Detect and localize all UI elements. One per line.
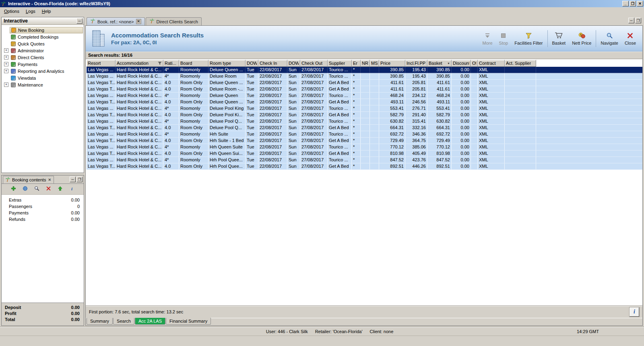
bottom-tab-summary[interactable]: Summary	[87, 318, 113, 325]
column-header-dow[interactable]: DOW	[287, 60, 300, 67]
sidebar-item-reporting-and-analytics[interactable]: +Reporting and Analytics	[2, 68, 84, 74]
column-header-of[interactable]: Of	[471, 60, 478, 67]
toolbar-basket-button[interactable]: Basket	[549, 28, 569, 49]
delete-button[interactable]	[45, 185, 53, 193]
table-row[interactable]: Las Vegas T...Hard Rock Hotel & C...4.0R…	[87, 138, 642, 144]
cell	[471, 163, 478, 169]
booking-contents-row[interactable]: Extras0.00	[2, 198, 84, 204]
column-header-board[interactable]: Board	[179, 60, 208, 67]
column-header-accommodation[interactable]: Accommodation	[116, 60, 163, 67]
table-row[interactable]: Las Vegas ...Hard Rock Hotel & C...4*Roo…	[87, 131, 642, 138]
bottom-tab-financial-summary[interactable]: Financial Summary	[166, 318, 211, 325]
cell: *	[352, 112, 361, 118]
column-header-price[interactable]: Price	[379, 60, 405, 67]
booking-contents-row[interactable]: Passengers0	[2, 204, 84, 210]
toolbar-nett-price-button[interactable]: Nett Price	[569, 28, 594, 49]
menu-help[interactable]: Help	[39, 8, 54, 15]
cell: *	[352, 163, 361, 169]
table-row[interactable]: Las Vegas ...Hard Rock Hotel & C...4*Roo…	[87, 105, 642, 112]
search-button[interactable]	[33, 185, 41, 193]
sidebar-item-payments[interactable]: +Payments	[2, 61, 84, 68]
mdi-minimize-button[interactable]: ─	[628, 18, 634, 23]
cell: Sun	[287, 67, 300, 73]
tab-close-icon[interactable]: ✕	[47, 178, 52, 182]
column-header-discount[interactable]: Discount	[452, 60, 471, 67]
tab-book-ref-none[interactable]: Book. ref.: <none>✕	[87, 17, 145, 25]
panel-collapse-button[interactable]: ─	[76, 18, 83, 24]
bottom-tab-search[interactable]: Search	[113, 318, 134, 325]
expand-icon[interactable]: +	[4, 48, 8, 53]
table-row[interactable]: Las Vegas T...Hard Rock Hotel & C...4.0R…	[87, 150, 642, 157]
column-header-ms[interactable]: MS	[370, 60, 379, 67]
panel-restore-button[interactable]: ❐	[76, 177, 83, 182]
table-row[interactable]: Las Vegas T...Hard Rock Hotel & C...4.0R…	[87, 99, 642, 105]
column-header-check-in[interactable]: Check In	[258, 60, 287, 67]
cell: Get A Bed	[328, 112, 352, 118]
sidebar-item-completed-bookings[interactable]: Completed Bookings	[2, 33, 84, 40]
cell	[361, 131, 370, 137]
column-header-room-type[interactable]: Room type	[208, 60, 246, 67]
cell: XML	[478, 150, 505, 157]
table-row[interactable]: Las Vegas T...Hard Rock Hotel & C...4.0R…	[87, 163, 642, 170]
toolbar-navigate-button[interactable]: Navigate	[597, 28, 621, 49]
sidebar-item-maintenance[interactable]: +Maintenance	[2, 81, 84, 88]
column-header-supplier[interactable]: Supplier	[328, 60, 352, 67]
table-row[interactable]: Las Vegas ...Hard Rock Hotel & C...4*Roo…	[87, 67, 642, 73]
info-button[interactable]: i	[630, 307, 639, 317]
expand-icon[interactable]: +	[4, 55, 8, 60]
table-row[interactable]: Las Vegas ...Hard Rock Hotel & C...4*Roo…	[87, 73, 642, 80]
menu-logs[interactable]: Logs	[23, 8, 39, 15]
sidebar-item-viewdata[interactable]: Viewdata	[2, 74, 84, 81]
tab-direct-clients-search[interactable]: Direct Clients Search	[146, 17, 202, 25]
booking-contents-tab[interactable]: Booking contents ✕	[3, 176, 54, 183]
filter-icon[interactable]	[158, 62, 162, 65]
column-header-check-out[interactable]: Check Out	[300, 60, 328, 67]
table-row[interactable]: Las Vegas ...Hard Rock Hotel & C...4*Roo…	[87, 93, 642, 99]
toolbar-facilities-filter-button[interactable]: Facilities Filter	[511, 28, 546, 49]
column-header-nr[interactable]: NR	[361, 60, 370, 67]
cell: 0.00	[452, 125, 471, 131]
promote-button[interactable]	[56, 185, 64, 193]
cell: 4*	[163, 93, 179, 99]
maximize-button[interactable]: ❐	[630, 1, 636, 6]
minimize-button[interactable]: _	[622, 1, 629, 6]
sidebar-item-direct-clients[interactable]: +Direct Clients	[2, 54, 84, 61]
info-button[interactable]: i	[68, 185, 76, 193]
column-header-dow[interactable]: DOW	[246, 60, 258, 67]
expand-icon[interactable]: +	[4, 62, 8, 66]
toolbar-close-button[interactable]: Close	[621, 28, 639, 49]
expand-icon[interactable]: +	[4, 69, 8, 73]
sidebar-item-quick-quotes[interactable]: Quick Quotes	[2, 40, 84, 47]
column-header-basket[interactable]: Basket▼	[427, 60, 452, 67]
table-row[interactable]: Las Vegas ...Hard Rock Hotel & C...4*Roo…	[87, 144, 642, 150]
column-header-act-supplier[interactable]: Act. Supplier	[505, 60, 536, 67]
mdi-restore-button[interactable]: ❐	[635, 18, 641, 23]
table-row[interactable]: Las Vegas ...Hard Rock Hotel & C...4*Roo…	[87, 118, 642, 125]
close-button[interactable]: ✕	[637, 1, 643, 6]
column-header-contract[interactable]: Contract	[478, 60, 505, 67]
column-header-rati[interactable]: Rati...	[163, 60, 179, 67]
column-header-resort[interactable]: Resort	[87, 60, 116, 67]
add-button[interactable]	[10, 185, 18, 193]
table-row[interactable]: Las Vegas T...Hard Rock Hotel & C...4.0R…	[87, 86, 642, 93]
booking-contents-row[interactable]: Payments0.00	[2, 210, 84, 217]
sidebar-item-administrator[interactable]: +Administrator	[2, 47, 84, 54]
cell: *	[352, 80, 361, 86]
column-header-incl-fl-pp[interactable]: Incl.Fl.PP	[405, 60, 427, 67]
panel-minimize-button[interactable]: ─	[70, 177, 76, 182]
column-header-er[interactable]: Er	[352, 60, 361, 67]
menu-options[interactable]: Options	[1, 8, 23, 15]
tab-close-icon[interactable]: ✕	[136, 19, 141, 24]
sidebar-item-new-booking[interactable]: New Booking	[2, 27, 84, 33]
booking-contents-row[interactable]: Refunds0.00	[2, 217, 84, 223]
cell: Tue	[246, 157, 258, 163]
bottom-tabs: SummarySearchAcc 2A LASFinancial Summary	[86, 318, 642, 325]
table-row[interactable]: Las Vegas T...Hard Rock Hotel & C...4.0R…	[87, 112, 642, 118]
globe-button[interactable]	[21, 185, 29, 193]
table-row[interactable]: Las Vegas T...Hard Rock Hotel & C...4.0R…	[87, 80, 642, 86]
add-icon	[11, 186, 16, 192]
expand-icon[interactable]: +	[4, 82, 8, 87]
bottom-tab-acc-2a-las[interactable]: Acc 2A LAS	[135, 318, 165, 325]
table-row[interactable]: Las Vegas ...Hard Rock Hotel & C...4*Roo…	[87, 157, 642, 163]
table-row[interactable]: Las Vegas T...Hard Rock Hotel & C...4.0R…	[87, 125, 642, 131]
